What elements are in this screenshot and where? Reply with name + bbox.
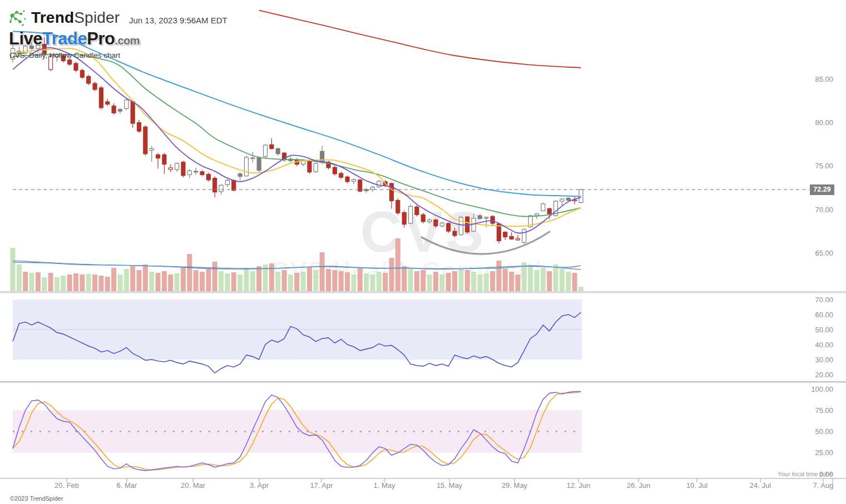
volume-bar	[326, 269, 331, 291]
stoch-axis-label: 75.00	[815, 406, 833, 415]
candle-body	[206, 174, 210, 180]
candle-body	[415, 207, 419, 214]
candle-body	[225, 181, 229, 185]
candle-body	[396, 201, 400, 213]
candle-body	[314, 163, 318, 172]
volume-bar	[86, 274, 91, 291]
volume-bar	[516, 275, 521, 291]
volume-bar	[490, 271, 495, 291]
volume-bar	[73, 273, 78, 291]
candle-body	[547, 208, 551, 213]
volume-bar	[288, 275, 293, 291]
volume-bar	[187, 254, 192, 291]
volume-bar	[130, 266, 135, 291]
volume-bar	[402, 266, 407, 291]
volume-bar	[61, 276, 66, 291]
candle-body	[308, 161, 311, 172]
volume-bar	[503, 269, 508, 291]
volume-bar	[67, 275, 72, 291]
candle-body	[509, 237, 513, 239]
candle-body	[251, 158, 255, 159]
chart-timestamp: Jun 13, 2023 9:56AM EDT	[129, 16, 227, 25]
volume-bar	[370, 275, 375, 291]
x-axis-label: 15. May	[437, 481, 463, 490]
candle-body	[144, 127, 147, 154]
candle-body	[87, 77, 91, 84]
candle-body	[352, 179, 355, 181]
candle-body	[162, 154, 166, 164]
volume-bar	[427, 275, 432, 291]
volume-bar	[446, 273, 451, 291]
price-chart-canvas[interactable]: 20. Feb6. Mar20. Mar3. Apr17. Apr1. May1…	[0, 0, 846, 504]
candle-body	[264, 145, 268, 156]
volume-bar	[111, 268, 116, 291]
candle-body	[370, 187, 374, 189]
volume-bar	[92, 275, 97, 291]
candle-body	[169, 168, 172, 169]
candle-body	[428, 220, 432, 222]
volume-bar	[383, 273, 388, 291]
ma-green-line	[13, 54, 581, 217]
volume-bar	[522, 262, 527, 291]
volume-bar	[231, 272, 236, 291]
candle-body	[402, 212, 406, 224]
volume-bar	[377, 272, 382, 291]
volume-bar	[496, 261, 501, 291]
candle-body	[541, 204, 545, 211]
volume-bar	[294, 273, 299, 291]
candle-body	[93, 83, 97, 89]
candle-body	[238, 174, 242, 177]
candle-body	[150, 148, 154, 150]
candle-body	[535, 214, 539, 216]
volume-bar	[408, 269, 413, 291]
candle-body	[447, 223, 451, 231]
rsi-axis-label: 50.00	[815, 326, 833, 334]
volume-bar	[175, 273, 180, 291]
volume-bar	[23, 272, 28, 291]
candle-body	[131, 102, 135, 123]
volume-bar	[55, 277, 60, 291]
volume-bar	[117, 275, 122, 291]
candle-body	[421, 214, 425, 222]
candle-body	[68, 60, 72, 64]
volume-bar	[535, 270, 540, 291]
rsi-axis-label: 20.00	[815, 371, 833, 379]
volume-bar	[124, 269, 129, 291]
volume-bar	[420, 270, 426, 291]
volume-bar	[282, 270, 287, 291]
volume-bar	[250, 271, 255, 291]
candle-body	[434, 220, 438, 226]
volume-bar	[256, 266, 261, 291]
trendspider-chart-window: CVS CVS Health Corporation 20. Feb6. Mar…	[0, 0, 846, 504]
candle-body	[560, 199, 564, 201]
candle-body	[156, 154, 160, 158]
volume-bar	[572, 273, 577, 291]
volume-bar	[168, 275, 173, 291]
candle-body	[320, 151, 324, 162]
candle-body	[339, 173, 343, 177]
candle-body	[409, 207, 413, 224]
volume-bar	[471, 272, 476, 291]
stoch-axis-label: 25.00	[815, 448, 833, 457]
x-axis-label: 6. Mar	[117, 481, 138, 490]
volume-bar	[313, 270, 318, 291]
volume-bar	[414, 271, 419, 291]
volume-bar	[477, 275, 482, 291]
rsi-axis-label: 70.00	[815, 296, 833, 304]
rsi-axis-label: 30.00	[815, 356, 833, 364]
candle-body	[112, 106, 116, 113]
candle-body	[80, 71, 84, 78]
volume-bar	[137, 270, 142, 291]
volume-bar	[105, 277, 110, 291]
volume-bar	[225, 273, 230, 291]
candle-body	[276, 148, 280, 153]
x-axis-label: 1. May	[373, 481, 395, 490]
candle-body	[106, 102, 110, 104]
candle-body	[257, 158, 261, 171]
candle-body	[453, 231, 457, 236]
volume-bar	[541, 268, 546, 291]
volume-bar	[332, 270, 337, 291]
volume-bar	[560, 269, 565, 291]
timezone-note[interactable]: Your local time zone	[778, 471, 833, 477]
candle-body	[244, 157, 248, 176]
